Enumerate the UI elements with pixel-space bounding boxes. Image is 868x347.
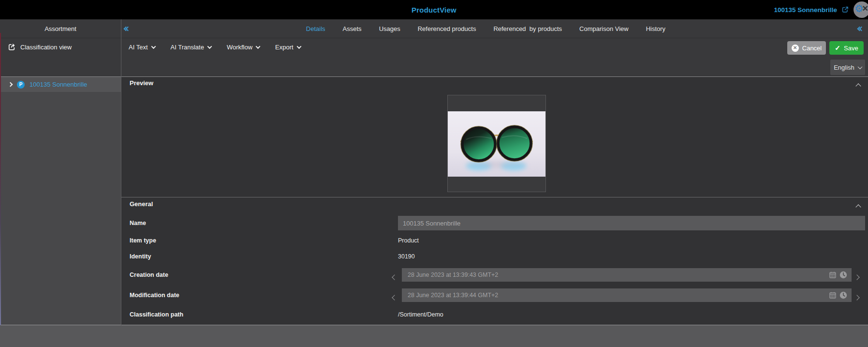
calendar-icon[interactable] (829, 272, 836, 278)
tab-assets[interactable]: Assets (343, 25, 362, 32)
preview-collapse-button[interactable] (856, 81, 860, 90)
modification-date-value: 28 June 2023 at 13:39:44 GMT+2 (402, 292, 829, 299)
cancel-button[interactable]: ✕ Cancel (787, 41, 826, 55)
language-selected-value: English (834, 64, 854, 71)
menu-export[interactable]: Export (275, 44, 301, 51)
chevron-up-icon (855, 204, 861, 210)
field-value-item-type: Product (398, 236, 419, 245)
chevron-up-icon (855, 83, 861, 89)
field-value-identity: 30190 (398, 252, 415, 261)
open-in-new-icon[interactable] (841, 6, 849, 14)
general-collapse-button[interactable] (856, 202, 860, 211)
tab-usages[interactable]: Usages (379, 25, 400, 32)
tab-comparison-view[interactable]: Comparison View (579, 25, 629, 32)
general-section-title: General (130, 199, 153, 209)
preview-card[interactable] (447, 95, 546, 192)
chevron-down-icon (296, 44, 301, 49)
toolbar: Classification view AI Text AI Translate… (0, 38, 868, 56)
tab-bar: Assortment Details Assets Usages Referen… (0, 19, 868, 38)
chevron-down-icon (857, 64, 862, 69)
field-label-classification-path: Classification path (130, 310, 183, 319)
top-right-cluster: 100135 Sonnenbrille ⚙ ✕ (774, 0, 868, 19)
chevron-down-icon (207, 44, 212, 49)
current-product-link[interactable]: 100135 Sonnenbrille (774, 6, 837, 14)
share-view-icon (8, 43, 16, 51)
menu-label: Workflow (227, 44, 252, 51)
product-badge-icon: P (17, 81, 25, 89)
cancel-label: Cancel (802, 45, 822, 52)
field-label-item-type: Item type (130, 236, 156, 245)
creation-date-next-button[interactable] (855, 272, 859, 281)
field-label-name: Name (130, 218, 146, 228)
language-row: English (0, 56, 868, 76)
double-chevron-left-icon (859, 27, 863, 30)
creation-date-value: 28 June 2023 at 13:39:43 GMT+2 (402, 272, 829, 278)
section-divider (121, 197, 868, 197)
check-icon: ✓ (835, 44, 840, 52)
tree-item-product[interactable]: P 100135 Sonnenbrille (0, 77, 121, 92)
save-label: Save (844, 45, 858, 52)
chevron-down-icon (256, 44, 261, 49)
field-label-identity: Identity (130, 252, 151, 261)
user-avatar[interactable]: ⚙ ✕ (853, 1, 868, 18)
chevron-down-icon (151, 44, 156, 49)
menu-ai-text[interactable]: AI Text (129, 44, 155, 51)
tab-history[interactable]: History (646, 25, 665, 32)
product-view-app: ProductView 100135 Sonnenbrille ⚙ ✕ Asso… (0, 0, 868, 347)
date-input-icons (829, 271, 852, 279)
preview-section-title: Preview (130, 78, 153, 88)
modification-date-input[interactable]: 28 June 2023 at 13:39:44 GMT+2 (402, 288, 852, 302)
menu-label: AI Text (129, 44, 148, 51)
chevron-right-icon[interactable] (8, 82, 13, 87)
calendar-icon[interactable] (829, 292, 836, 299)
sidebar-panel-title: Assortment (0, 19, 121, 38)
details-content: Preview (121, 77, 868, 325)
classification-view-label: Classification view (20, 44, 72, 51)
cancel-x-icon: ✕ (792, 45, 799, 52)
clock-icon[interactable] (839, 291, 847, 299)
creation-date-prev-button[interactable] (393, 272, 397, 281)
menu-label: AI Translate (171, 44, 204, 51)
clock-icon[interactable] (839, 271, 847, 279)
assortment-tree-panel: P 100135 Sonnenbrille (0, 77, 121, 325)
toolbar-menus: AI Text AI Translate Workflow Export (129, 38, 301, 56)
menu-workflow[interactable]: Workflow (227, 44, 260, 51)
page-title: ProductView (412, 6, 456, 14)
name-input[interactable] (398, 216, 865, 230)
close-icon: ✕ (862, 5, 868, 13)
tab-details[interactable]: Details (306, 25, 325, 32)
classification-view-button[interactable]: Classification view (8, 38, 72, 56)
panel-divider[interactable] (121, 19, 121, 325)
product-image (448, 111, 545, 177)
language-selector[interactable]: English (830, 60, 865, 75)
modification-date-prev-button[interactable] (393, 293, 397, 302)
window-edge-decoration (0, 33, 1, 325)
field-value-classification-path: /Sortiment/Demo (398, 310, 443, 319)
menu-ai-translate[interactable]: AI Translate (171, 44, 211, 51)
save-button[interactable]: ✓ Save (829, 41, 864, 55)
date-input-icons (829, 291, 852, 299)
tab-referenced-by-products[interactable]: Referenced by products (493, 25, 562, 32)
creation-date-input[interactable]: 28 June 2023 at 13:39:43 GMT+2 (402, 268, 852, 282)
menu-label: Export (275, 44, 294, 51)
tab-referenced-products[interactable]: Referenced products (418, 25, 476, 32)
header-block: Assortment Details Assets Usages Referen… (0, 19, 868, 77)
top-bar: ProductView 100135 Sonnenbrille ⚙ ✕ (0, 0, 868, 19)
field-label-creation-date: Creation date (130, 270, 168, 280)
tree-item-label: 100135 Sonnenbrille (29, 81, 87, 88)
modification-date-next-button[interactable] (855, 293, 859, 302)
tab-list: Details Assets Usages Referenced product… (121, 19, 851, 38)
field-label-modification-date: Modification date (130, 290, 179, 300)
collapse-right-panel-button[interactable] (859, 19, 863, 38)
